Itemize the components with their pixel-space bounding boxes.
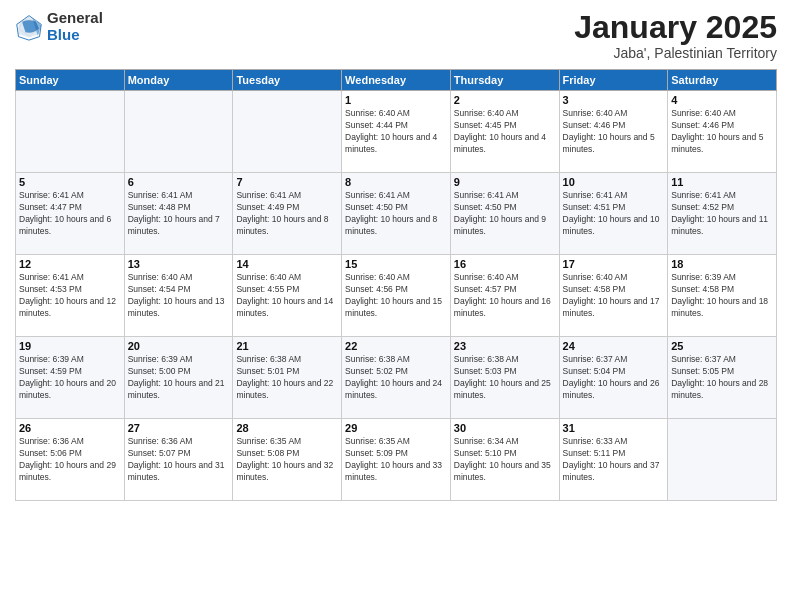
day-number: 1 bbox=[345, 94, 447, 106]
calendar-day-cell: 18 Sunrise: 6:39 AM Sunset: 4:58 PM Dayl… bbox=[668, 255, 777, 337]
day-number: 27 bbox=[128, 422, 230, 434]
day-number: 17 bbox=[563, 258, 665, 270]
calendar-day-cell: 13 Sunrise: 6:40 AM Sunset: 4:54 PM Dayl… bbox=[124, 255, 233, 337]
day-info: Sunrise: 6:40 AM Sunset: 4:54 PM Dayligh… bbox=[128, 272, 230, 320]
day-info: Sunrise: 6:34 AM Sunset: 5:10 PM Dayligh… bbox=[454, 436, 556, 484]
day-info: Sunrise: 6:35 AM Sunset: 5:09 PM Dayligh… bbox=[345, 436, 447, 484]
day-info: Sunrise: 6:41 AM Sunset: 4:48 PM Dayligh… bbox=[128, 190, 230, 238]
calendar-day-cell: 12 Sunrise: 6:41 AM Sunset: 4:53 PM Dayl… bbox=[16, 255, 125, 337]
calendar-day-cell: 17 Sunrise: 6:40 AM Sunset: 4:58 PM Dayl… bbox=[559, 255, 668, 337]
day-info: Sunrise: 6:39 AM Sunset: 5:00 PM Dayligh… bbox=[128, 354, 230, 402]
weekday-header: Wednesday bbox=[342, 70, 451, 91]
weekday-header: Friday bbox=[559, 70, 668, 91]
calendar-day-cell: 23 Sunrise: 6:38 AM Sunset: 5:03 PM Dayl… bbox=[450, 337, 559, 419]
calendar-day-cell: 27 Sunrise: 6:36 AM Sunset: 5:07 PM Dayl… bbox=[124, 419, 233, 501]
day-number: 2 bbox=[454, 94, 556, 106]
day-info: Sunrise: 6:41 AM Sunset: 4:47 PM Dayligh… bbox=[19, 190, 121, 238]
calendar-week-row: 5 Sunrise: 6:41 AM Sunset: 4:47 PM Dayli… bbox=[16, 173, 777, 255]
page: General Blue January 2025 Jaba', Palesti… bbox=[0, 0, 792, 612]
weekday-header: Sunday bbox=[16, 70, 125, 91]
calendar-day-cell: 6 Sunrise: 6:41 AM Sunset: 4:48 PM Dayli… bbox=[124, 173, 233, 255]
calendar-day-cell: 22 Sunrise: 6:38 AM Sunset: 5:02 PM Dayl… bbox=[342, 337, 451, 419]
day-info: Sunrise: 6:38 AM Sunset: 5:03 PM Dayligh… bbox=[454, 354, 556, 402]
calendar-day-cell: 15 Sunrise: 6:40 AM Sunset: 4:56 PM Dayl… bbox=[342, 255, 451, 337]
calendar-day-cell: 21 Sunrise: 6:38 AM Sunset: 5:01 PM Dayl… bbox=[233, 337, 342, 419]
day-info: Sunrise: 6:40 AM Sunset: 4:57 PM Dayligh… bbox=[454, 272, 556, 320]
day-info: Sunrise: 6:40 AM Sunset: 4:46 PM Dayligh… bbox=[671, 108, 773, 156]
day-number: 4 bbox=[671, 94, 773, 106]
calendar-table: SundayMondayTuesdayWednesdayThursdayFrid… bbox=[15, 69, 777, 501]
day-info: Sunrise: 6:40 AM Sunset: 4:44 PM Dayligh… bbox=[345, 108, 447, 156]
day-number: 24 bbox=[563, 340, 665, 352]
calendar-day-cell: 20 Sunrise: 6:39 AM Sunset: 5:00 PM Dayl… bbox=[124, 337, 233, 419]
calendar-day-cell: 2 Sunrise: 6:40 AM Sunset: 4:45 PM Dayli… bbox=[450, 91, 559, 173]
calendar-day-cell: 24 Sunrise: 6:37 AM Sunset: 5:04 PM Dayl… bbox=[559, 337, 668, 419]
calendar-day-cell: 16 Sunrise: 6:40 AM Sunset: 4:57 PM Dayl… bbox=[450, 255, 559, 337]
calendar-day-cell: 30 Sunrise: 6:34 AM Sunset: 5:10 PM Dayl… bbox=[450, 419, 559, 501]
calendar-day-cell: 8 Sunrise: 6:41 AM Sunset: 4:50 PM Dayli… bbox=[342, 173, 451, 255]
day-number: 5 bbox=[19, 176, 121, 188]
day-number: 12 bbox=[19, 258, 121, 270]
day-info: Sunrise: 6:40 AM Sunset: 4:58 PM Dayligh… bbox=[563, 272, 665, 320]
calendar-day-cell: 31 Sunrise: 6:33 AM Sunset: 5:11 PM Dayl… bbox=[559, 419, 668, 501]
calendar-day-cell bbox=[233, 91, 342, 173]
calendar-day-cell: 10 Sunrise: 6:41 AM Sunset: 4:51 PM Dayl… bbox=[559, 173, 668, 255]
calendar-day-cell: 9 Sunrise: 6:41 AM Sunset: 4:50 PM Dayli… bbox=[450, 173, 559, 255]
day-info: Sunrise: 6:38 AM Sunset: 5:01 PM Dayligh… bbox=[236, 354, 338, 402]
day-info: Sunrise: 6:40 AM Sunset: 4:45 PM Dayligh… bbox=[454, 108, 556, 156]
day-info: Sunrise: 6:41 AM Sunset: 4:52 PM Dayligh… bbox=[671, 190, 773, 238]
weekday-header: Monday bbox=[124, 70, 233, 91]
day-number: 16 bbox=[454, 258, 556, 270]
day-number: 6 bbox=[128, 176, 230, 188]
calendar-day-cell: 5 Sunrise: 6:41 AM Sunset: 4:47 PM Dayli… bbox=[16, 173, 125, 255]
day-info: Sunrise: 6:41 AM Sunset: 4:53 PM Dayligh… bbox=[19, 272, 121, 320]
logo-icon bbox=[15, 13, 43, 41]
day-number: 19 bbox=[19, 340, 121, 352]
day-number: 9 bbox=[454, 176, 556, 188]
calendar-day-cell: 29 Sunrise: 6:35 AM Sunset: 5:09 PM Dayl… bbox=[342, 419, 451, 501]
calendar-day-cell bbox=[668, 419, 777, 501]
day-info: Sunrise: 6:37 AM Sunset: 5:05 PM Dayligh… bbox=[671, 354, 773, 402]
day-number: 26 bbox=[19, 422, 121, 434]
day-number: 14 bbox=[236, 258, 338, 270]
day-info: Sunrise: 6:38 AM Sunset: 5:02 PM Dayligh… bbox=[345, 354, 447, 402]
calendar-day-cell: 26 Sunrise: 6:36 AM Sunset: 5:06 PM Dayl… bbox=[16, 419, 125, 501]
calendar-day-cell bbox=[16, 91, 125, 173]
calendar-day-cell: 1 Sunrise: 6:40 AM Sunset: 4:44 PM Dayli… bbox=[342, 91, 451, 173]
day-info: Sunrise: 6:40 AM Sunset: 4:56 PM Dayligh… bbox=[345, 272, 447, 320]
calendar-week-row: 1 Sunrise: 6:40 AM Sunset: 4:44 PM Dayli… bbox=[16, 91, 777, 173]
day-number: 25 bbox=[671, 340, 773, 352]
weekday-header: Thursday bbox=[450, 70, 559, 91]
calendar-day-cell: 11 Sunrise: 6:41 AM Sunset: 4:52 PM Dayl… bbox=[668, 173, 777, 255]
day-number: 29 bbox=[345, 422, 447, 434]
calendar-header-row: SundayMondayTuesdayWednesdayThursdayFrid… bbox=[16, 70, 777, 91]
day-number: 18 bbox=[671, 258, 773, 270]
day-number: 13 bbox=[128, 258, 230, 270]
weekday-header: Saturday bbox=[668, 70, 777, 91]
day-info: Sunrise: 6:39 AM Sunset: 4:59 PM Dayligh… bbox=[19, 354, 121, 402]
title-block: January 2025 Jaba', Palestinian Territor… bbox=[574, 10, 777, 61]
day-number: 7 bbox=[236, 176, 338, 188]
calendar-day-cell: 28 Sunrise: 6:35 AM Sunset: 5:08 PM Dayl… bbox=[233, 419, 342, 501]
day-info: Sunrise: 6:41 AM Sunset: 4:49 PM Dayligh… bbox=[236, 190, 338, 238]
day-info: Sunrise: 6:36 AM Sunset: 5:06 PM Dayligh… bbox=[19, 436, 121, 484]
day-number: 22 bbox=[345, 340, 447, 352]
calendar-day-cell: 25 Sunrise: 6:37 AM Sunset: 5:05 PM Dayl… bbox=[668, 337, 777, 419]
day-info: Sunrise: 6:41 AM Sunset: 4:50 PM Dayligh… bbox=[454, 190, 556, 238]
day-info: Sunrise: 6:39 AM Sunset: 4:58 PM Dayligh… bbox=[671, 272, 773, 320]
day-number: 23 bbox=[454, 340, 556, 352]
calendar-day-cell: 14 Sunrise: 6:40 AM Sunset: 4:55 PM Dayl… bbox=[233, 255, 342, 337]
logo-general: General bbox=[47, 10, 103, 27]
logo-text: General Blue bbox=[47, 10, 103, 43]
day-number: 8 bbox=[345, 176, 447, 188]
header: General Blue January 2025 Jaba', Palesti… bbox=[15, 10, 777, 61]
day-number: 21 bbox=[236, 340, 338, 352]
calendar-day-cell: 3 Sunrise: 6:40 AM Sunset: 4:46 PM Dayli… bbox=[559, 91, 668, 173]
calendar-day-cell: 7 Sunrise: 6:41 AM Sunset: 4:49 PM Dayli… bbox=[233, 173, 342, 255]
calendar-title: January 2025 bbox=[574, 10, 777, 45]
day-info: Sunrise: 6:35 AM Sunset: 5:08 PM Dayligh… bbox=[236, 436, 338, 484]
day-info: Sunrise: 6:41 AM Sunset: 4:51 PM Dayligh… bbox=[563, 190, 665, 238]
day-number: 28 bbox=[236, 422, 338, 434]
day-number: 20 bbox=[128, 340, 230, 352]
calendar-week-row: 26 Sunrise: 6:36 AM Sunset: 5:06 PM Dayl… bbox=[16, 419, 777, 501]
